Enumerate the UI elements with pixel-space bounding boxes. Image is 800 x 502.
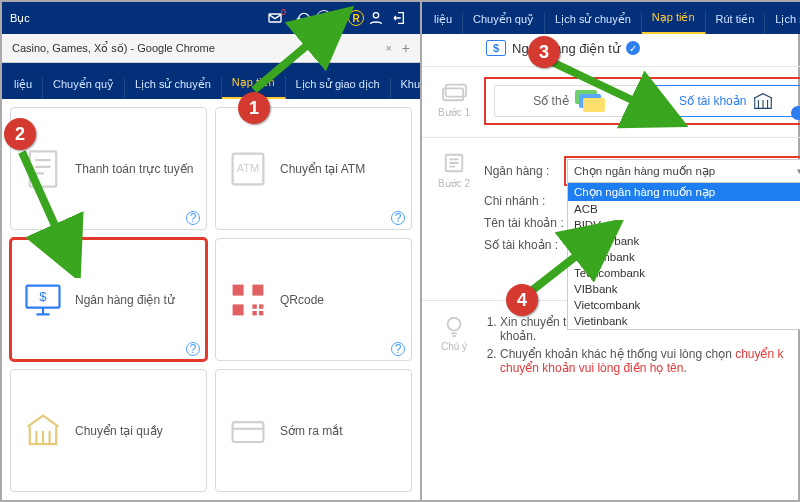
notes-label: Chú ý: [441, 341, 467, 352]
topbar-label: Bục: [10, 12, 30, 25]
lightbulb-icon: [440, 315, 468, 337]
bank-dropdown-value[interactable]: Chọn ngân hàng muốn nạp ▾: [567, 159, 800, 183]
dropdown-option[interactable]: Dong A bank: [568, 233, 800, 249]
icon-n[interactable]: N: [332, 10, 348, 26]
option-account-number[interactable]: Số tài khoản: [652, 85, 800, 117]
tab-close-icon[interactable]: ×: [385, 42, 391, 54]
svg-rect-4: [30, 151, 56, 186]
cards-icon: [440, 81, 468, 103]
dropdown-option[interactable]: BIDV: [568, 217, 800, 233]
note-item: Chuyển khoản khác hệ thống vui lòng chọn…: [500, 347, 800, 375]
headset-icon[interactable]: [295, 9, 313, 27]
svg-text:ATM: ATM: [237, 162, 259, 174]
tile-label: Sớm ra mắt: [280, 424, 343, 438]
annotation-badge-2: 2: [4, 118, 36, 150]
nav-item[interactable]: Chuyển quỹ: [43, 78, 125, 99]
tile-qrcode[interactable]: QRcode ?: [215, 238, 412, 361]
svg-rect-10: [252, 284, 263, 295]
help-icon[interactable]: ?: [186, 342, 200, 356]
svg-point-20: [448, 318, 461, 331]
dropdown-option[interactable]: Vietinbank: [568, 313, 800, 329]
nav-item-active[interactable]: Nạp tiền: [642, 11, 706, 34]
option-card-number[interactable]: Số thẻ: [494, 85, 644, 117]
dropdown-option[interactable]: ACB: [568, 201, 800, 217]
help-icon[interactable]: ?: [391, 211, 405, 225]
row-bank: Ngân hàng : Chọn ngân hàng muốn nạp ▾ Ch…: [484, 156, 800, 186]
payment-grid: Thanh toán trực tuyến ? ATM Chuyển tại A…: [2, 99, 420, 500]
nav-item[interactable]: Khuyến mã: [391, 78, 421, 99]
svg-point-3: [373, 13, 378, 18]
svg-rect-12: [252, 304, 256, 308]
step1-aside: Bước 1: [428, 77, 480, 125]
nav-item[interactable]: Lịch sử giao dịch: [286, 78, 391, 99]
svg-rect-11: [233, 304, 244, 315]
bank-icon: [21, 409, 65, 453]
nav-item[interactable]: Lịch s: [765, 13, 800, 34]
option-card-label: Số thẻ: [533, 94, 568, 108]
receipt-icon: [21, 147, 65, 191]
tile-label: Thanh toán trực tuyến: [75, 162, 193, 176]
annotation-badge-3: 3: [528, 36, 560, 68]
nav-item[interactable]: Rút tiền: [706, 13, 766, 34]
step1-section: Bước 1 Số thẻ Số tài khoản: [422, 66, 800, 137]
nav-item[interactable]: Lịch sử chuyển: [545, 13, 642, 34]
tile-ebanking[interactable]: $ Ngân hàng điện tử ?: [10, 238, 207, 361]
icon-c[interactable]: C: [316, 10, 332, 26]
left-nav: liệu Chuyển quỹ Lịch sử chuyển Nạp tiền …: [2, 63, 420, 99]
bank-dropdown[interactable]: Chọn ngân hàng muốn nạp ▾ Chọn ngân hàng…: [564, 156, 800, 186]
nav-item[interactable]: liệu: [424, 13, 463, 34]
svg-rect-13: [259, 304, 263, 308]
tile-online-payment[interactable]: Thanh toán trực tuyến ?: [10, 107, 207, 230]
nav-item[interactable]: Lịch sử chuyển: [125, 78, 222, 99]
chrome-tab-title: Casino, Games, Xổ số) - Google Chrome: [12, 42, 215, 55]
dropdown-option[interactable]: Sacombank: [568, 249, 800, 265]
left-topbar: Bục 0 C N R: [2, 2, 420, 34]
new-tab-icon[interactable]: +: [402, 40, 410, 56]
step1-label: Bước 1: [438, 107, 470, 118]
dropdown-option[interactable]: VIBbank: [568, 281, 800, 297]
nav-item[interactable]: Chuyển quỹ: [463, 13, 545, 34]
chevron-down-icon: ▾: [797, 166, 800, 176]
ebanking-title-row: $ Ngân hàng điện tử ✓: [428, 40, 800, 56]
help-icon[interactable]: ?: [186, 211, 200, 225]
card-stack-icon: [575, 90, 605, 112]
atm-icon: ATM: [226, 147, 270, 191]
dropdown-placeholder: Chọn ngân hàng muốn nạp: [574, 165, 715, 177]
annotation-badge-4: 4: [506, 284, 538, 316]
logout-icon[interactable]: [391, 9, 409, 27]
tile-label: QRcode: [280, 293, 324, 307]
step2-aside: Bước 2: [428, 148, 480, 260]
svg-rect-14: [252, 311, 256, 315]
tile-counter[interactable]: Chuyển tại quầy: [10, 369, 207, 492]
step2-section: Bước 2 Ngân hàng : Chọn ngân hàng muốn n…: [422, 137, 800, 272]
account-type-selector: Số thẻ Số tài khoản: [484, 77, 800, 125]
label-bank: Ngân hàng :: [484, 164, 564, 178]
chrome-tab: Casino, Games, Xổ số) - Google Chrome × …: [2, 34, 420, 63]
svg-rect-16: [233, 422, 264, 442]
right-nav: liệu Chuyển quỹ Lịch sử chuyển Nạp tiền …: [422, 2, 800, 34]
svg-rect-1: [297, 19, 300, 23]
monitor-dollar-icon: $: [21, 278, 65, 322]
svg-rect-15: [259, 311, 263, 315]
notes-aside: Chú ý: [428, 311, 480, 379]
svg-rect-2: [308, 19, 311, 23]
label-branch: Chi nhánh :: [484, 194, 564, 208]
dropdown-option[interactable]: Chọn ngân hàng muốn nạp: [568, 183, 800, 201]
svg-rect-9: [233, 284, 244, 295]
dropdown-option[interactable]: Vietcombank: [568, 297, 800, 313]
tile-coming-soon[interactable]: Sớm ra mắt: [215, 369, 412, 492]
tile-atm[interactable]: ATM Chuyển tại ATM ?: [215, 107, 412, 230]
monitor-dollar-mini-icon: $: [486, 40, 506, 56]
icon-r[interactable]: R: [348, 10, 364, 26]
form-icon: [440, 152, 468, 174]
dropdown-option[interactable]: Techcombank: [568, 265, 800, 281]
help-icon[interactable]: ?: [391, 342, 405, 356]
option-acct-label: Số tài khoản: [679, 94, 746, 108]
user-icon[interactable]: [367, 9, 385, 27]
tile-label: Chuyển tại quầy: [75, 424, 163, 438]
tile-label: Chuyển tại ATM: [280, 162, 365, 176]
nav-item[interactable]: liệu: [4, 78, 43, 99]
step2-label: Bước 2: [438, 178, 470, 189]
check-icon: ✓: [626, 41, 640, 55]
bank-dropdown-list: Chọn ngân hàng muốn nạp ACB BIDV Dong A …: [567, 182, 800, 330]
